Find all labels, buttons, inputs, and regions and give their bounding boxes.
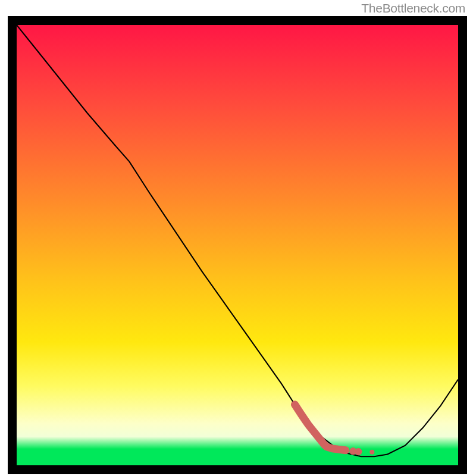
bottleneck-chart (0, 0, 476, 476)
svg-point-3 (369, 450, 374, 455)
svg-point-2 (355, 448, 362, 455)
gradient-background (17, 25, 458, 465)
